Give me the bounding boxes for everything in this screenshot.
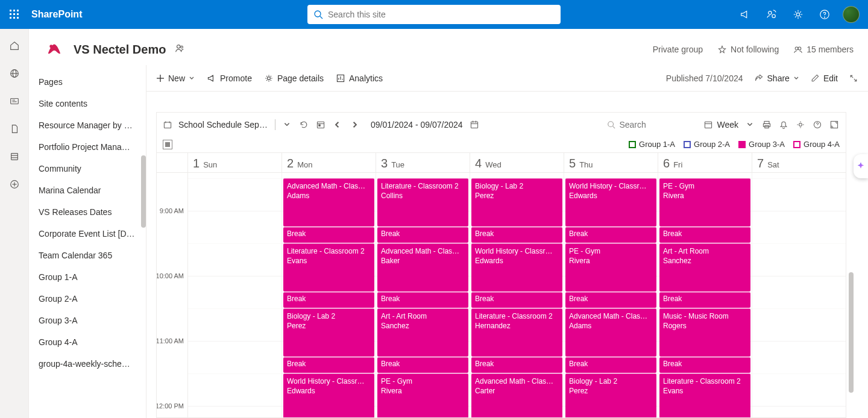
nav-item[interactable]: Marina Calendar — [29, 179, 146, 201]
prev-week-button[interactable] — [332, 119, 343, 130]
calendar-event[interactable]: Biology - Lab 2Perez — [565, 373, 656, 418]
analytics-button[interactable]: Analytics — [336, 73, 383, 83]
next-week-button[interactable] — [349, 119, 360, 130]
calendar-event[interactable]: Break — [283, 357, 374, 373]
calendar-event[interactable]: Break — [471, 227, 562, 243]
chevron-down-icon[interactable] — [281, 119, 292, 130]
nav-item[interactable]: Pages — [29, 71, 146, 93]
page-details-button[interactable]: Page details — [264, 73, 324, 83]
promote-button[interactable]: Promote — [207, 73, 252, 83]
expand-button[interactable] — [849, 73, 858, 83]
legend-item[interactable]: Group 1-A — [629, 140, 675, 149]
day-header[interactable]: 4Wed — [470, 153, 564, 172]
nav-item[interactable]: Corporate Event List [D… — [29, 223, 146, 245]
calendar-event[interactable]: Break — [565, 292, 656, 308]
day-header[interactable]: 7Sat — [752, 153, 846, 172]
calendar-event[interactable]: Break — [659, 227, 750, 243]
nav-item[interactable]: Group 4-A — [29, 331, 146, 353]
calendar-event[interactable]: Music - Music RoomRogers — [659, 308, 750, 357]
day-column[interactable]: PE - GymRiveraBreakArt - Art RoomSanchez… — [658, 173, 752, 417]
refresh-icon[interactable] — [298, 119, 309, 130]
calendar-event[interactable]: Biology - Lab 2Perez — [471, 178, 562, 226]
legend-item[interactable]: Group 4-A — [793, 140, 840, 149]
calendar-search[interactable] — [607, 120, 697, 129]
calendar-event[interactable]: World History - Classr…Edwards — [283, 373, 374, 418]
create-icon[interactable] — [5, 175, 24, 194]
calendar-event[interactable]: Literature - Classroom 2Evans — [659, 373, 750, 418]
day-header[interactable]: 6Fri — [658, 153, 752, 172]
page-scrollbar[interactable] — [849, 272, 854, 393]
suite-search[interactable] — [307, 5, 561, 24]
bell-icon[interactable] — [778, 119, 789, 130]
calendar-title[interactable]: School Schedule Septe… — [178, 120, 269, 129]
site-title[interactable]: VS Nectel Demo — [74, 43, 166, 57]
fullscreen-icon[interactable] — [829, 119, 840, 130]
calendar-event[interactable]: Break — [471, 357, 562, 373]
calendar-event[interactable]: Break — [659, 292, 750, 308]
calendar-event[interactable]: Break — [377, 292, 468, 308]
nav-item[interactable]: VS Releases Dates — [29, 201, 146, 223]
calendar-event[interactable]: Break — [377, 357, 468, 373]
nav-item[interactable]: group-4a-weekly-sche… — [29, 353, 146, 375]
news-icon[interactable] — [5, 92, 24, 111]
nav-item[interactable]: Group 1-A — [29, 266, 146, 288]
nav-item[interactable]: Group 3-A — [29, 310, 146, 331]
day-column[interactable]: Biology - Lab 2PerezBreakWorld History -… — [470, 173, 564, 417]
members-button[interactable]: 15 members — [793, 45, 854, 54]
calendar-event[interactable]: Break — [565, 227, 656, 243]
view-selector[interactable]: Week — [703, 120, 738, 129]
date-picker-icon[interactable] — [469, 119, 480, 130]
day-column[interactable]: Literature - Classroom 2CollinsBreakAdva… — [376, 173, 470, 417]
files-icon[interactable] — [5, 119, 24, 139]
calendar-event[interactable]: PE - GymRivera — [377, 373, 468, 418]
calendar-event[interactable]: Advanced Math - Clas…Carter — [471, 373, 562, 418]
calendar-event[interactable]: Art - Art RoomSanchez — [659, 243, 750, 292]
nav-item[interactable]: Team Calendar 365 — [29, 245, 146, 266]
suite-search-input[interactable] — [328, 10, 555, 19]
day-column[interactable]: Advanced Math - Clas…AdamsBreakLiteratur… — [282, 173, 376, 417]
lists-icon[interactable] — [5, 147, 24, 166]
account-avatar[interactable] — [839, 0, 863, 29]
calendar-event[interactable]: Advanced Math - Clas…Adams — [565, 308, 656, 357]
calendar-event[interactable]: Literature - Classroom 2Hernandez — [471, 308, 562, 357]
calendar-event[interactable]: PE - GymRivera — [565, 243, 656, 292]
help-icon[interactable] — [812, 119, 823, 130]
day-header[interactable]: 3Tue — [376, 153, 470, 172]
follow-button[interactable]: Not following — [717, 45, 779, 54]
teams-icon[interactable] — [174, 43, 185, 56]
calendar-search-input[interactable] — [619, 120, 673, 129]
today-icon[interactable] — [315, 119, 326, 130]
day-column[interactable]: World History - Classr…EdwardsBreakPE - … — [564, 173, 658, 417]
nav-item[interactable]: Resource Manager by … — [29, 114, 146, 136]
calendar-event[interactable]: Break — [283, 227, 374, 243]
edit-button[interactable]: Edit — [810, 73, 838, 83]
print-icon[interactable] — [761, 119, 772, 130]
calendar-event[interactable]: Break — [283, 292, 374, 308]
calendar-event[interactable]: Biology - Lab 2Perez — [283, 308, 374, 357]
home-icon[interactable] — [5, 36, 24, 55]
calendar-event[interactable]: Advanced Math - Clas…Adams — [283, 178, 374, 226]
datasource-icon[interactable] — [163, 120, 172, 129]
legend-indeterminate-checkbox[interactable] — [163, 140, 172, 149]
calendar-event[interactable]: World History - Classr…Edwards — [565, 178, 656, 226]
calendar-event[interactable]: Break — [377, 227, 468, 243]
calendar-event[interactable]: Break — [565, 357, 656, 373]
calendar-event[interactable]: World History - Classr…Edwards — [471, 243, 562, 292]
nav-item[interactable]: Group 2-A — [29, 288, 146, 310]
day-header[interactable]: 1Sun — [188, 153, 282, 172]
day-header[interactable]: 2Mon — [282, 153, 376, 172]
megaphone-icon[interactable] — [733, 0, 757, 29]
app-name[interactable]: SharePoint — [31, 9, 82, 20]
copilot-button[interactable] — [854, 154, 868, 178]
nav-item[interactable]: Portfolio Project Mana… — [29, 136, 146, 158]
nav-scrollbar[interactable] — [141, 155, 146, 228]
calendar-event[interactable]: Art - Art RoomSanchez — [377, 308, 468, 357]
nav-item[interactable]: Site contents — [29, 93, 146, 114]
new-button[interactable]: New — [156, 73, 195, 83]
calendar-event[interactable]: PE - GymRivera — [659, 178, 750, 226]
legend-item[interactable]: Group 3-A — [738, 140, 785, 149]
globe-icon[interactable] — [5, 64, 24, 83]
calendar-event[interactable]: Literature - Classroom 2Collins — [377, 178, 468, 226]
day-column[interactable] — [188, 173, 282, 417]
day-column[interactable] — [752, 173, 846, 417]
